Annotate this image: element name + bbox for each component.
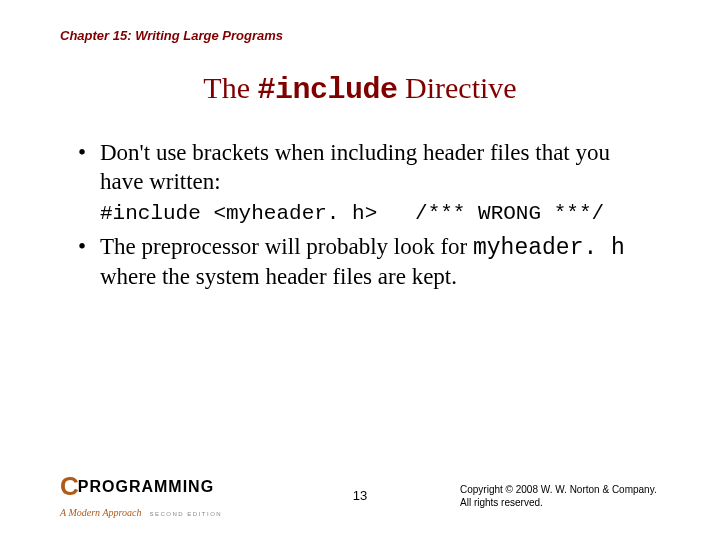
title-code: #include xyxy=(258,73,398,107)
code-example: #include <myheader. h> /*** WRONG ***/ xyxy=(100,201,650,227)
logo-edition: SECOND EDITION xyxy=(149,511,222,517)
title-pre: The xyxy=(203,71,257,104)
chapter-label: Chapter 15: Writing Large Programs xyxy=(60,28,660,43)
bullet-item-2: The preprocessor will probably look for … xyxy=(78,233,650,292)
bullet1-text: Don't use brackets when including header… xyxy=(100,140,610,194)
page-number: 13 xyxy=(0,488,720,503)
bullet-list: Don't use brackets when including header… xyxy=(60,139,660,291)
bullet2-code: myheader. h xyxy=(473,235,625,261)
slide-title: The #include Directive xyxy=(60,71,660,107)
bullet2-pre: The preprocessor will probably look for xyxy=(100,234,473,259)
footer: C PROGRAMMING A Modern Approach SECOND E… xyxy=(0,471,720,520)
logo-bottom-row: A Modern Approach SECOND EDITION xyxy=(60,502,222,520)
logo-subtitle: A Modern Approach xyxy=(60,507,141,518)
bullet-item-1: Don't use brackets when including header… xyxy=(78,139,650,227)
bullet2-post: where the system header files are kept. xyxy=(100,264,457,289)
title-post: Directive xyxy=(398,71,517,104)
